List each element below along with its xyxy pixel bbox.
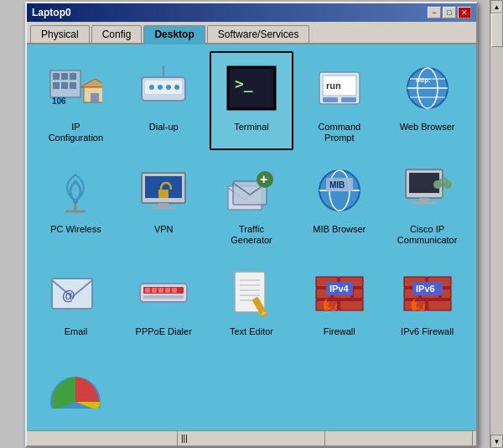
svg-rect-62	[158, 288, 163, 293]
icon-traffic-gen-label: TrafficGenerator	[231, 224, 272, 246]
svg-rect-4	[53, 82, 60, 89]
icon-mib-browser-image: MIB	[309, 160, 370, 221]
icon-traffic-gen[interactable]: + TrafficGenerator	[210, 154, 294, 253]
svg-rect-1	[53, 73, 60, 80]
status-segment-2: |||	[178, 431, 325, 445]
svg-rect-2	[61, 73, 68, 80]
icon-text-editor-label: Text Editor	[230, 326, 273, 337]
svg-rect-65	[143, 295, 184, 299]
icon-pc-wireless[interactable]: PC Wireless	[34, 154, 118, 253]
title-bar-buttons: − □ ✕	[428, 7, 471, 18]
icon-mib-browser[interactable]: MIB MIB Browser	[297, 154, 381, 253]
tab-physical[interactable]: Physical	[30, 25, 90, 43]
icon-vpn-label: VPN	[154, 224, 174, 235]
tab-desktop[interactable]: Desktop	[143, 25, 205, 44]
icon-cisco-ip-comm-label: Cisco IPCommunicator	[397, 224, 458, 246]
icon-pppoe-dialer-label: PPPoE Dialer	[136, 326, 192, 337]
tab-config[interactable]: Config	[91, 25, 143, 43]
svg-point-18	[162, 65, 165, 69]
icon-web-browser[interactable]: http: Web Browser	[385, 51, 469, 150]
icon-email[interactable]: @ Email	[34, 256, 118, 344]
svg-rect-60	[145, 288, 150, 293]
icon-command-prompt-label: CommandPrompt	[318, 122, 360, 143]
svg-rect-38	[158, 203, 169, 206]
icon-vpn[interactable]: VPN	[122, 154, 206, 253]
svg-text:run: run	[326, 81, 341, 91]
icon-ip-config[interactable]: 106 IPConfiguration	[34, 51, 118, 150]
svg-rect-91	[428, 300, 451, 310]
icon-mib-browser-label: MIB Browser	[313, 224, 366, 235]
icon-firewall-label: Firewall	[324, 326, 355, 337]
icon-email-image: @	[45, 263, 106, 323]
icon-dialup-image	[133, 58, 194, 118]
svg-rect-3	[70, 73, 76, 80]
svg-point-51	[433, 180, 442, 189]
icon-pie-chart-image	[45, 354, 106, 414]
svg-rect-54	[419, 198, 429, 201]
svg-rect-64	[172, 288, 177, 293]
minimize-button[interactable]: −	[428, 7, 441, 18]
icon-pc-wireless-label: PC Wireless	[50, 224, 101, 235]
scrollbar-track[interactable]	[490, 13, 503, 435]
icon-ip-config-image: 106	[45, 58, 106, 118]
icon-cisco-ip-comm[interactable]: Cisco IPCommunicator	[385, 154, 469, 253]
icon-terminal[interactable]: >_ Terminal	[210, 51, 294, 150]
tab-software-services[interactable]: Software/Services	[207, 25, 310, 43]
icon-ip-config-label: IPConfiguration	[49, 122, 103, 143]
icon-command-prompt[interactable]: run CommandPrompt	[297, 51, 381, 150]
icon-terminal-image: >_	[221, 58, 282, 118]
icon-text-editor[interactable]: Text Editor	[210, 256, 294, 344]
svg-marker-8	[80, 79, 102, 87]
close-button[interactable]: ✕	[458, 7, 471, 18]
svg-text:106: 106	[52, 96, 66, 106]
icon-text-editor-image	[221, 263, 282, 323]
icon-traffic-gen-image: +	[221, 160, 282, 221]
icon-pie-chart[interactable]	[34, 347, 118, 425]
svg-text:@: @	[62, 289, 75, 303]
icon-ipv6-firewall[interactable]: IPv6 IPv6 Firewall	[385, 256, 469, 344]
svg-rect-55	[412, 201, 436, 204]
icon-vpn-image	[133, 160, 194, 221]
icon-web-browser-label: Web Browser	[400, 122, 455, 133]
svg-rect-37	[158, 190, 169, 198]
svg-text:MIB: MIB	[329, 180, 345, 190]
icon-pppoe-dialer-image	[133, 263, 194, 323]
scrollbar-thumb[interactable]	[491, 13, 503, 47]
scrollbar[interactable]: ▲ ▼	[490, 0, 503, 448]
svg-point-15	[166, 85, 171, 90]
tab-bar: Physical Config Desktop Software/Service…	[27, 22, 476, 44]
icon-command-prompt-image: run	[309, 58, 370, 118]
desktop-content: 106 IPConfiguration	[27, 44, 476, 430]
icon-email-label: Email	[65, 326, 88, 337]
svg-rect-39	[152, 206, 175, 209]
svg-rect-81	[340, 300, 363, 310]
icon-terminal-label: Terminal	[234, 122, 269, 133]
icon-firewall-image: IPv4	[309, 263, 370, 323]
svg-point-34	[73, 199, 78, 204]
svg-rect-10	[91, 93, 99, 102]
status-bar: |||	[27, 430, 476, 445]
svg-rect-61	[152, 288, 157, 293]
maximize-button[interactable]: □	[443, 7, 456, 18]
main-window: Laptop0 − □ ✕ Physical Config Desktop So…	[25, 2, 478, 447]
icon-dialup-label: Dial-up	[149, 122, 179, 133]
svg-point-52	[443, 180, 452, 189]
svg-point-13	[149, 85, 154, 90]
scroll-up-button[interactable]: ▲	[490, 0, 503, 13]
icon-firewall[interactable]: IPv4 Firewall	[297, 256, 381, 344]
svg-point-16	[174, 85, 179, 90]
status-segment-1	[30, 431, 178, 445]
icon-cisco-ip-comm-image	[397, 160, 458, 221]
svg-rect-63	[165, 288, 170, 293]
svg-text:http:: http:	[416, 76, 431, 84]
icon-pppoe-dialer[interactable]: PPPoE Dialer	[122, 256, 206, 344]
svg-text:IPv4: IPv4	[329, 284, 350, 294]
svg-text:>_: >_	[235, 75, 253, 92]
svg-rect-6	[70, 82, 76, 89]
svg-rect-25	[341, 97, 356, 102]
scroll-down-button[interactable]: ▼	[490, 435, 503, 448]
icon-dialup[interactable]: Dial-up	[122, 51, 206, 150]
icon-web-browser-image: http:	[397, 58, 458, 118]
window-title: Laptop0	[32, 7, 71, 18]
icon-ipv6-firewall-image: IPv6	[397, 263, 458, 323]
